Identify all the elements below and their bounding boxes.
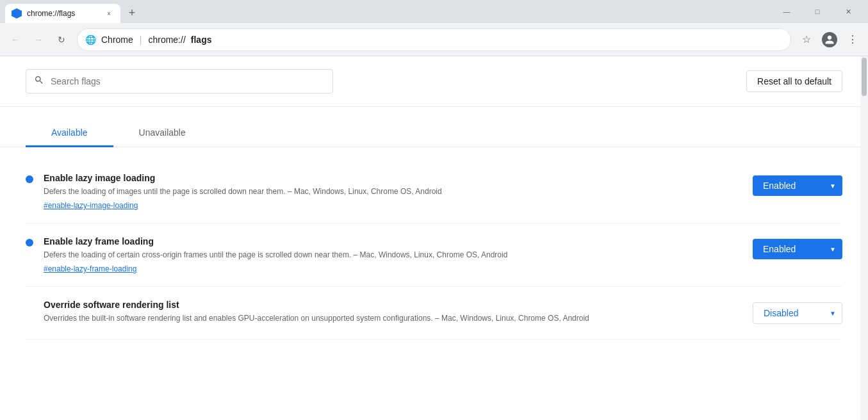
close-window-button[interactable]: ✕ (833, 1, 863, 22)
flag-item: Enable lazy frame loading Defers the loa… (26, 223, 842, 287)
title-bar: chrome://flags × + — □ ✕ (0, 0, 868, 23)
flag-select-wrapper: Default Enabled Disabled (753, 175, 842, 196)
flag-select-wrapper: Default Enabled Disabled (753, 239, 842, 259)
url-highlight: flags (191, 35, 212, 45)
tab-available[interactable]: Available (26, 120, 113, 147)
tab-strip: chrome://flags × + (5, 0, 141, 23)
site-name-label: Chrome (101, 35, 133, 45)
new-tab-button[interactable]: + (123, 4, 141, 22)
forward-button[interactable]: → (28, 29, 49, 50)
flag-content: Enable lazy image loading Defers the loa… (44, 173, 742, 210)
tab-close-button[interactable]: × (104, 8, 114, 19)
flag-title: Override software rendering list (44, 300, 742, 310)
flag-item: Enable lazy image loading Defers the loa… (26, 160, 842, 223)
bookmark-icon: ☆ (802, 33, 811, 45)
flag-content: Override software rendering list Overrid… (44, 300, 742, 327)
back-icon: ← (11, 35, 20, 45)
flag-active-dot (26, 239, 33, 246)
minimize-button[interactable]: — (772, 1, 801, 22)
forward-icon: → (34, 35, 43, 45)
reset-all-button[interactable]: Reset all to default (746, 70, 842, 92)
flag-link[interactable]: #enable-lazy-image-loading (44, 201, 138, 210)
scrollbar-track (860, 56, 868, 420)
search-input[interactable] (51, 76, 325, 86)
tab-strip-area: chrome://flags × + (5, 0, 141, 23)
nav-bar: ← → ↻ 🌐 Chrome | chrome://flags ☆ ⋮ (0, 23, 868, 56)
flag-control[interactable]: Default Enabled Disabled (753, 302, 842, 324)
url-separator: | (140, 35, 142, 45)
flag-select[interactable]: Default Enabled Disabled (753, 239, 842, 259)
url-prefix: chrome:// (148, 35, 185, 45)
flag-item: Override software rendering list Overrid… (26, 287, 842, 340)
menu-icon: ⋮ (848, 33, 858, 45)
chrome-menu-button[interactable]: ⋮ (842, 29, 863, 50)
flag-content: Enable lazy frame loading Defers the loa… (44, 236, 742, 273)
search-icon (34, 75, 44, 88)
back-button[interactable]: ← (5, 29, 26, 50)
flag-select-wrapper: Default Enabled Disabled (753, 302, 842, 324)
page-content: Reset all to default Available Unavailab… (0, 56, 868, 420)
avatar (822, 32, 837, 47)
flag-description: Defers the loading of images until the p… (44, 186, 742, 197)
browser-tab[interactable]: chrome://flags × (5, 4, 120, 23)
bookmark-button[interactable]: ☆ (796, 29, 817, 50)
maximize-button[interactable]: □ (803, 1, 832, 22)
flag-select[interactable]: Default Enabled Disabled (753, 175, 842, 196)
reload-button[interactable]: ↻ (51, 29, 72, 50)
flag-inactive-dot (26, 302, 33, 310)
tab-title: chrome://flags (27, 9, 99, 18)
flags-list: Enable lazy image loading Defers the loa… (0, 147, 868, 353)
nav-right-controls: ☆ ⋮ (796, 29, 863, 50)
site-security-icon: 🌐 (85, 35, 96, 45)
flag-active-dot (26, 175, 33, 183)
search-area: Reset all to default (0, 56, 868, 107)
search-box[interactable] (26, 69, 333, 93)
flag-title: Enable lazy frame loading (44, 236, 742, 246)
tabs-bar: Available Unavailable (0, 120, 868, 147)
profile-button[interactable] (819, 29, 840, 50)
tab-unavailable[interactable]: Unavailable (113, 120, 211, 147)
window-controls: — □ ✕ (772, 1, 863, 22)
reload-icon: ↻ (58, 35, 65, 45)
flag-control[interactable]: Default Enabled Disabled (753, 175, 842, 196)
flag-control[interactable]: Default Enabled Disabled (753, 239, 842, 259)
flag-title: Enable lazy image loading (44, 173, 742, 183)
tab-favicon-icon (12, 8, 22, 19)
flag-link[interactable]: #enable-lazy-frame-loading (44, 264, 136, 273)
scrollbar-thumb[interactable] (862, 58, 867, 96)
flag-select[interactable]: Default Enabled Disabled (753, 302, 842, 324)
address-bar[interactable]: 🌐 Chrome | chrome://flags (77, 28, 791, 51)
flag-description: Overrides the built-in software renderin… (44, 312, 742, 324)
flag-description: Defers the loading of certain cross-orig… (44, 249, 742, 261)
